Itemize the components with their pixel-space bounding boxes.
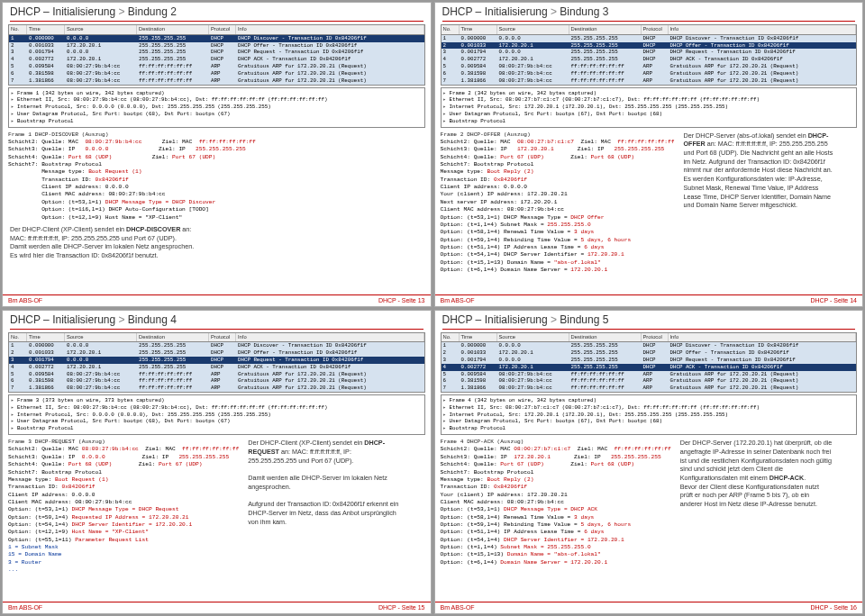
description-text: Der DHCP-Client (XP-Client) sendet ein D… [10, 225, 423, 260]
detail-line[interactable]: Internet Protocol, Src: 172.20.20.1 (172… [443, 412, 855, 419]
column-header: Source [65, 25, 137, 34]
column-header: Info [669, 333, 857, 342]
slide-footer: Bm ABS-OFDHCP - Seite 14 [435, 294, 863, 306]
slide-14: DHCP – Initialisierung > Bindung 3No.Tim… [434, 2, 864, 307]
column-header: Time [27, 333, 65, 342]
slide-footer: Bm ABS-OFDHCP - Seite 16 [435, 602, 863, 613]
packet-row[interactable]: 71.38186608:00:27:9b:b4:ccff:ff:ff:ff:ff… [442, 77, 857, 85]
column-header: Source [497, 25, 569, 34]
slide-16: DHCP – Initialisierung > Bindung 5No.Tim… [434, 310, 864, 615]
packet-row[interactable]: 50.00958408:00:27:9b:b4:ccff:ff:ff:ff:ff… [9, 63, 424, 70]
packet-row[interactable]: 50.00958408:00:27:9b:b4:ccff:ff:ff:ff:ff… [442, 63, 857, 70]
column-header: Destination [137, 25, 209, 34]
slide-title: DHCP – Initialisierung > Bindung 3 [435, 3, 863, 20]
packet-row[interactable]: 20.001033172.20.20.1255.255.255.255DHCPD… [9, 349, 424, 357]
detail-line[interactable]: User Datagram Protocol, Src Port: bootpc… [11, 111, 423, 118]
column-header: Info [669, 25, 857, 34]
detail-line[interactable]: Internet Protocol, Src: 172.20.20.1 (172… [443, 104, 855, 111]
packet-row[interactable]: 30.0017940.0.0.0255.255.255.255DHCPDHCP … [442, 49, 857, 56]
column-header: Source [65, 333, 137, 342]
detail-line[interactable]: Bootstrap Protocol [443, 118, 855, 125]
column-header: No. [442, 25, 460, 34]
packet-row[interactable]: 71.38186608:00:27:9b:b4:ccff:ff:ff:ff:ff… [442, 385, 857, 392]
footer-left: Bm ABS-OF [441, 297, 475, 303]
packet-row[interactable]: 30.0017940.0.0.0255.255.255.255DHCPDHCP … [9, 49, 424, 56]
packet-row[interactable]: 40.002772172.20.20.1255.255.255.255DHCPD… [442, 56, 857, 63]
slide-title: DHCP – Initialisierung > Bindung 5 [435, 311, 863, 328]
packet-row[interactable]: 10.0000000.0.0.0255.255.255.255DHCPDHCP … [9, 342, 424, 349]
column-header: Info [236, 25, 424, 34]
detail-line[interactable]: Ethernet II, Src: 08:00:27:b7:c1:c7 (08:… [443, 96, 855, 104]
column-header: Info [236, 333, 424, 342]
slide-15: DHCP – Initialisierung > Bindung 4No.Tim… [2, 310, 432, 615]
footer-left: Bm ABS-OF [8, 604, 42, 611]
column-header: Protocol [642, 333, 669, 342]
packet-row[interactable]: 60.38159808:00:27:9b:b4:ccff:ff:ff:ff:ff… [442, 377, 857, 385]
packet-row[interactable]: 20.001033172.20.20.1255.255.255.255DHCPD… [442, 42, 857, 50]
detail-line[interactable]: Frame 3 (373 bytes on wire, 373 bytes ca… [11, 397, 423, 404]
packet-row[interactable]: 71.38186608:00:27:9b:b4:ccff:ff:ff:ff:ff… [9, 77, 424, 85]
detail-line[interactable]: Frame 1 (342 bytes on wire, 342 bytes ca… [11, 90, 423, 97]
detail-line[interactable]: Bootstrap Protocol [11, 425, 423, 432]
slide-title: DHCP – Initialisierung > Bindung 4 [3, 311, 431, 328]
packet-details: Frame 4 (342 bytes on wire, 342 bytes ca… [441, 394, 858, 435]
packet-capture-table: No.TimeSourceDestinationProtocolInfo10.0… [8, 24, 425, 86]
column-header: Time [460, 25, 497, 34]
packet-row[interactable]: 50.00958408:00:27:9b:b4:ccff:ff:ff:ff:ff… [9, 371, 424, 378]
column-header: Destination [569, 25, 642, 34]
column-header: Source [497, 333, 569, 342]
detail-line[interactable]: Ethernet II, Src: 08:00:27:9b:b4:cc (08:… [11, 96, 423, 104]
packet-capture-table: No.TimeSourceDestinationProtocolInfo10.0… [8, 332, 425, 394]
packet-row[interactable]: 20.001033172.20.20.1255.255.255.255DHCPD… [442, 349, 857, 357]
slide-footer: Bm ABS-OFDHCP - Seite 15 [3, 602, 431, 613]
packet-capture-table: No.TimeSourceDestinationProtocolInfo10.0… [441, 24, 858, 86]
packet-row[interactable]: 30.0017940.0.0.0255.255.255.255DHCPDHCP … [9, 357, 424, 364]
detail-line[interactable]: Frame 2 (342 bytes on wire, 342 bytes ca… [443, 90, 855, 97]
column-header: Protocol [209, 25, 236, 34]
packet-row[interactable]: 60.38159808:00:27:9b:b4:ccff:ff:ff:ff:ff… [442, 70, 857, 77]
detail-line[interactable]: Ethernet II, Src: 08:00:27:9b:b4:cc (08:… [11, 404, 423, 412]
description-text: Der DHCP-Client (XP-Client) sendet ein D… [248, 439, 401, 574]
footer-page-number: DHCP - Seite 16 [810, 604, 857, 611]
packet-row[interactable]: 71.38186608:00:27:9b:b4:ccff:ff:ff:ff:ff… [9, 385, 424, 392]
detail-line[interactable]: Internet Protocol, Src: 0.0.0.0 (0.0.0.0… [11, 104, 423, 111]
packet-details: Frame 3 (373 bytes on wire, 373 bytes ca… [8, 394, 425, 435]
packet-row[interactable]: 50.00958408:00:27:9b:b4:ccff:ff:ff:ff:ff… [442, 371, 857, 378]
packet-row[interactable]: 10.0000000.0.0.0255.255.255.255DHCPDHCP … [442, 342, 857, 349]
column-header: No. [9, 25, 27, 34]
packet-row[interactable]: 60.38159808:00:27:9b:b4:ccff:ff:ff:ff:ff… [9, 70, 424, 77]
detail-line[interactable]: User Datagram Protocol, Src Port: bootpc… [11, 418, 423, 425]
detail-line[interactable]: Bootstrap Protocol [11, 118, 423, 125]
packet-details: Frame 1 (342 bytes on wire, 342 bytes ca… [8, 87, 425, 128]
footer-page-number: DHCP - Seite 15 [378, 604, 425, 611]
detail-line[interactable]: Internet Protocol, Src: 0.0.0.0 (0.0.0.0… [11, 412, 423, 419]
description-text: Der DHCP-Server (172.20.20.1) hat überpr… [680, 439, 833, 566]
slide-title: DHCP – Initialisierung > Bindung 2 [3, 3, 431, 20]
footer-left: Bm ABS-OF [8, 297, 42, 303]
packet-row[interactable]: 30.0017940.0.0.0255.255.255.255DHCPDHCP … [442, 357, 857, 364]
column-header: Time [27, 25, 65, 34]
packet-row[interactable]: 40.002772172.20.20.1255.255.255.255DHCPD… [9, 364, 424, 371]
detail-line[interactable]: Ethernet II, Src: 08:00:27:b7:c1:c7 (08:… [443, 404, 855, 412]
detail-line[interactable]: Bootstrap Protocol [443, 425, 855, 432]
packet-row[interactable]: 10.0000000.0.0.0255.255.255.255DHCPDHCP … [9, 35, 424, 42]
frame-analysis: Frame 2 DHCP-OFFER (Auszug)Schicht2: Que… [441, 131, 675, 275]
detail-line[interactable]: User Datagram Protocol, Src Port: bootps… [443, 111, 855, 118]
column-header: No. [442, 333, 460, 342]
detail-line[interactable]: User Datagram Protocol, Src Port: bootps… [443, 418, 855, 425]
footer-left: Bm ABS-OF [441, 604, 475, 611]
frame-analysis: Frame 4 DHCP-ACK (Auszug)Schicht2: Quell… [441, 439, 671, 566]
column-header: Destination [137, 333, 209, 342]
column-header: No. [9, 333, 27, 342]
packet-row[interactable]: 60.38159808:00:27:9b:b4:ccff:ff:ff:ff:ff… [9, 377, 424, 385]
detail-line[interactable]: Frame 4 (342 bytes on wire, 342 bytes ca… [443, 397, 855, 404]
packet-row[interactable]: 40.002772172.20.20.1255.255.255.255DHCPD… [442, 364, 857, 371]
packet-details: Frame 2 (342 bytes on wire, 342 bytes ca… [441, 87, 858, 128]
packet-row[interactable]: 20.001033172.20.20.1255.255.255.255DHCPD… [9, 42, 424, 50]
frame-analysis: Frame 1 DHCP-DISCOVER (Auszug)Schicht2: … [8, 131, 425, 222]
slide-footer: Bm ABS-OFDHCP - Seite 13 [3, 294, 431, 306]
packet-row[interactable]: 10.0000000.0.0.0255.255.255.255DHCPDHCP … [442, 35, 857, 42]
packet-capture-table: No.TimeSourceDestinationProtocolInfo10.0… [441, 332, 858, 394]
packet-row[interactable]: 40.002772172.20.20.1255.255.255.255DHCPD… [9, 56, 424, 63]
column-header: Destination [569, 333, 642, 342]
